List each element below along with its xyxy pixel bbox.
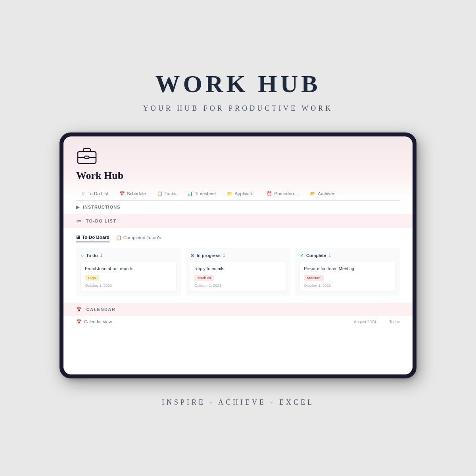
calendar-view-row: 📅 Calendar view August 2024 Today [63,316,413,328]
briefcase-icon [76,146,98,164]
card-email-title: Email John about reports [85,266,172,271]
col-inprogress-count: 1 [223,253,225,257]
tab-tasks[interactable]: 📋 Tasks [152,188,182,200]
col-todo-count: 1 [100,253,102,257]
kanban-tabs: ⊞ To-Do Board 📋 Completed To-do's [76,234,400,242]
page-title: WORK HUB [155,70,321,98]
calendar-section-icon: 📅 [76,307,83,312]
col-complete-count: 1 [328,253,331,257]
tab-todo-list[interactable]: ☑ To-Do List [76,188,114,200]
tab-schedule-icon: 📅 [119,191,125,196]
tab-timesheet[interactable]: 📊 Timesheet [182,188,221,200]
kanban-tab-board-icon: ⊞ [76,234,80,240]
tab-archives[interactable]: 📂 Archives [305,188,341,200]
tab-schedule-label: Schedule [127,191,146,196]
kanban-col-complete: ✓ Complete 1 Prepare for Team Meeting Me… [295,248,400,296]
tab-archives-icon: 📂 [310,191,316,196]
kanban-tab-completed-icon: 📋 [116,235,121,240]
card-meeting-title: Prepare for Team Meeting [304,266,391,271]
col-todo-icon: ○ [81,253,84,258]
col-complete-label: Complete [306,253,326,258]
tab-timesheet-label: Timesheet [195,191,216,196]
col-header-inprogress: ⊙ In progress 1 [190,253,286,258]
page-subtitle: YOUR HUB FOR PRODUCTIVE WORK [143,104,333,113]
calendar-view-icon: 📅 [76,319,82,324]
notion-body: ▶ INSTRUCTIONS ≔ TO-DO LIST ⊞ To-Do Boar… [63,201,413,374]
kanban-tab-board[interactable]: ⊞ To-Do Board [76,234,109,242]
kanban-card-email[interactable]: Email John about reports High October 1,… [81,262,176,292]
tab-archives-label: Archives [318,191,335,196]
col-complete-icon: ✓ [300,253,304,258]
kanban-tab-completed-label: Completed To-do's [123,235,161,240]
calendar-section-header: 📅 CALENDAR [63,303,413,316]
col-header-complete: ✓ Complete 1 [300,253,395,258]
card-reply-date: October 1, 2023 [194,283,282,288]
kanban-card-meeting[interactable]: Prepare for Team Meeting Medium October … [300,262,395,292]
todo-section-label: TO-DO LIST [86,219,117,223]
tablet-frame: Work Hub ☑ To-Do List 📅 Schedule 📋 Tasks… [60,132,416,378]
tab-pomodoro[interactable]: ⏰ Pomodoro... [261,188,305,200]
kanban-tab-completed[interactable]: 📋 Completed To-do's [116,234,161,242]
card-reply-title: Reply to emails [194,266,282,271]
tab-pomodoro-icon: ⏰ [267,191,272,196]
kanban-tab-board-label: To-Do Board [82,235,109,240]
svg-rect-1 [85,156,89,158]
kanban-col-todo: ○ To do 1 Email John about reports High … [76,248,181,296]
notion-page-name: Work Hub [76,170,400,182]
card-meeting-badge: Medium [304,275,324,281]
calendar-month-hint: August 2024 Today [354,320,400,324]
col-progress-icon: ⊙ [190,253,194,258]
todo-section-icon: ≔ [76,218,82,224]
tab-todo-list-icon: ☑ [82,191,86,196]
calendar-section-label: CALENDAR [86,307,116,312]
instructions-label: INSTRUCTIONS [83,205,121,209]
tab-applications-icon: 📁 [227,191,232,196]
tab-pomodoro-label: Pomodoro... [274,191,299,196]
card-reply-badge: Medium [194,275,214,281]
tablet-screen: Work Hub ☑ To-Do List 📅 Schedule 📋 Tasks… [63,136,413,374]
todo-section-header: ≔ TO-DO LIST [63,214,413,228]
kanban-col-inprogress: ⊙ In progress 1 Reply to emails Medium O… [186,248,290,296]
col-inprogress-label: In progress [197,253,221,258]
tab-tasks-label: Tasks [165,191,176,196]
instructions-toggle[interactable]: ▶ INSTRUCTIONS [63,201,413,214]
kanban-area: ⊞ To-Do Board 📋 Completed To-do's ○ To [63,228,413,303]
tab-todo-list-label: To-Do List [88,191,108,196]
tab-applications-label: Applicati... [234,191,255,196]
bottom-tagline: INSPIRE - ACHIEVE - EXCEL [162,398,314,407]
notion-header: Work Hub ☑ To-Do List 📅 Schedule 📋 Tasks… [63,136,413,201]
tab-tasks-icon: 📋 [157,191,163,196]
calendar-section: 📅 CALENDAR 📅 Calendar view August 2024 T… [63,303,413,328]
toggle-arrow-icon: ▶ [76,205,80,210]
col-todo-label: To do [86,253,98,258]
col-header-todo: ○ To do 1 [81,253,176,258]
calendar-view-label[interactable]: 📅 Calendar view [76,319,112,324]
card-meeting-date: October 1, 2023 [304,283,391,288]
nav-tabs: ☑ To-Do List 📅 Schedule 📋 Tasks 📊 Timesh… [76,188,400,201]
card-email-date: October 1, 2023 [85,283,172,288]
tab-applications[interactable]: 📁 Applicati... [221,188,261,200]
tab-schedule[interactable]: 📅 Schedule [114,188,152,200]
kanban-columns: ○ To do 1 Email John about reports High … [76,248,400,296]
kanban-card-reply[interactable]: Reply to emails Medium October 1, 2023 [190,262,286,292]
tab-timesheet-icon: 📊 [187,191,193,196]
card-email-badge: High [85,275,99,281]
